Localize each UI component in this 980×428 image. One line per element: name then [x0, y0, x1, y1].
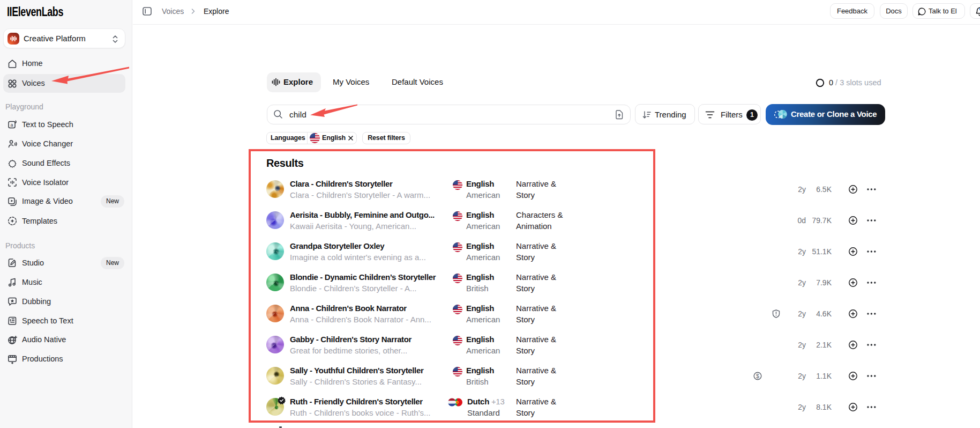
svg-text:a: a	[10, 122, 13, 128]
svg-text:$: $	[756, 372, 759, 379]
